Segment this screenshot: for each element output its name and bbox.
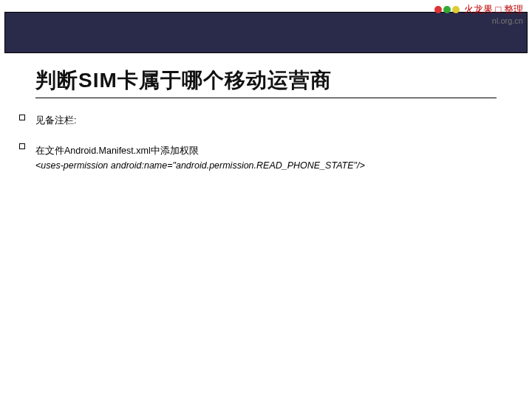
body-text: 在文件Android.Manifest.xml中添加权限 <uses-permi… <box>35 143 497 173</box>
watermark-url: nl.org.cn <box>492 16 523 25</box>
watermark: 火龙果 □ 整理 nl.org.cn <box>434 3 523 16</box>
bullet-marker <box>19 143 25 149</box>
logo-dot-red <box>434 6 442 13</box>
top-banner <box>4 12 528 53</box>
logo-dot-green <box>443 6 451 13</box>
watermark-text: 火龙果 □ 整理 <box>464 3 523 16</box>
content-area: 判断SIM卡属于哪个移动运营商 见备注栏: 在文件Android.Manifes… <box>35 66 497 173</box>
note-label: 见备注栏: <box>35 115 497 127</box>
manifest-line: 在文件Android.Manifest.xml中添加权限 <box>35 143 497 158</box>
permission-line: <uses-permission android:name="android.p… <box>35 158 497 173</box>
bullet-marker <box>19 115 25 120</box>
watermark-logo <box>434 6 460 13</box>
page-title: 判断SIM卡属于哪个移动运营商 <box>35 66 497 98</box>
logo-dot-yellow <box>452 6 460 13</box>
